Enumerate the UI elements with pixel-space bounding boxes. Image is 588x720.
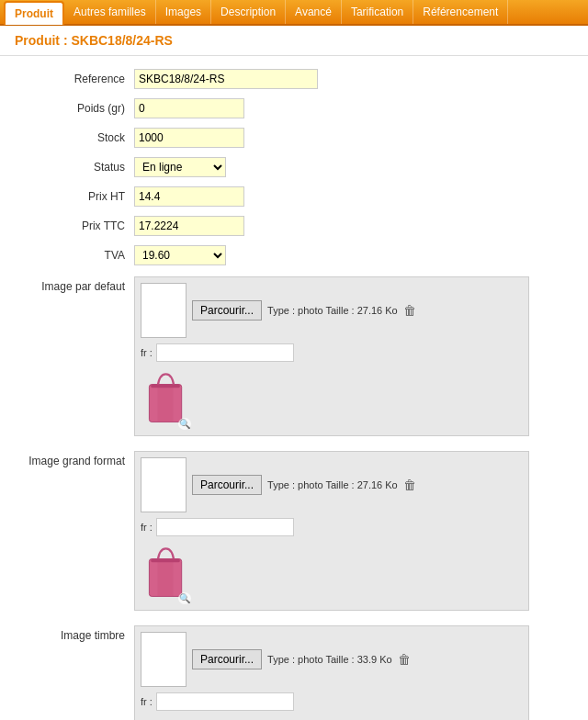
image-default-fr-row: fr : bbox=[141, 343, 523, 362]
status-select[interactable]: En ligne Hors ligne bbox=[134, 157, 226, 177]
image-timbre-browse-btn[interactable]: Parcourir... bbox=[192, 649, 262, 669]
stock-input[interactable] bbox=[134, 128, 244, 148]
image-grand-format-content: Parcourir... Type : photo Taille : 27.16… bbox=[134, 451, 529, 611]
image-grand-format-info: Type : photo Taille : 27.16 Ko bbox=[267, 479, 398, 490]
image-timbre-info: Type : photo Taille : 33.9 Ko bbox=[267, 654, 392, 665]
image-default-fr-input[interactable] bbox=[156, 343, 294, 362]
tva-label: TVA bbox=[15, 249, 134, 262]
image-default-trash-icon[interactable]: 🗑 bbox=[403, 303, 416, 318]
image-grand-format-browse-btn[interactable]: Parcourir... bbox=[192, 475, 262, 495]
poids-label: Poids (gr) bbox=[15, 102, 134, 115]
stock-label: Stock bbox=[15, 131, 134, 144]
image-default-thumb: 🔍 bbox=[141, 367, 191, 430]
image-timbre-fr-input[interactable] bbox=[156, 692, 294, 711]
status-label: Status bbox=[15, 161, 134, 174]
image-timbre-thumb: 🔍 bbox=[141, 716, 191, 720]
page-title: Produit : SKBC18/8/24-RS bbox=[0, 26, 588, 56]
tab-avance[interactable]: Avancé bbox=[286, 0, 342, 24]
tab-images[interactable]: Images bbox=[156, 0, 211, 24]
image-grand-format-fr-input[interactable] bbox=[156, 518, 294, 536]
prix-ttc-label: Prix TTC bbox=[15, 219, 134, 232]
form-container: Reference Poids (gr) Stock Status En lig… bbox=[0, 56, 588, 720]
image-default-info: Type : photo Taille : 27.16 Ko bbox=[267, 305, 398, 316]
image-default-preview-box bbox=[141, 283, 187, 338]
image-default-fr-label: fr : bbox=[141, 347, 153, 358]
tva-row: TVA 19.60 5.50 0.00 bbox=[0, 242, 588, 269]
poids-row: Poids (gr) bbox=[0, 95, 588, 122]
stock-row: Stock bbox=[0, 124, 588, 152]
prix-ttc-input[interactable] bbox=[134, 216, 244, 236]
svg-rect-5 bbox=[151, 559, 180, 563]
image-timbre-section: Image timbre Parcourir... Type : photo T… bbox=[0, 620, 588, 720]
tva-select[interactable]: 19.60 5.50 0.00 bbox=[134, 245, 226, 265]
tab-referencement[interactable]: Référencement bbox=[413, 0, 508, 24]
reference-row: Reference bbox=[0, 65, 588, 93]
image-grand-format-top-row: Parcourir... Type : photo Taille : 27.16… bbox=[141, 457, 523, 512]
image-default-browse-btn[interactable]: Parcourir... bbox=[192, 300, 262, 321]
image-timbre-thumbnail: 🔍 bbox=[141, 716, 523, 720]
image-default-section: Image par defaut Parcourir... Type : pho… bbox=[0, 271, 588, 442]
image-timbre-top-row: Parcourir... Type : photo Taille : 33.9 … bbox=[141, 632, 523, 687]
reference-input[interactable] bbox=[134, 69, 318, 89]
image-default-content: Parcourir... Type : photo Taille : 27.16… bbox=[134, 276, 529, 436]
tab-tarification[interactable]: Tarification bbox=[342, 0, 413, 24]
svg-rect-4 bbox=[158, 559, 174, 597]
image-grand-format-thumb: 🔍 bbox=[141, 542, 191, 604]
tab-produit[interactable]: Produit bbox=[4, 1, 64, 25]
image-default-label: Image par defaut bbox=[15, 276, 134, 293]
status-row: Status En ligne Hors ligne bbox=[0, 153, 588, 181]
image-grand-format-label: Image grand format bbox=[15, 451, 134, 467]
image-default-zoom-icon[interactable]: 🔍 bbox=[178, 418, 191, 430]
image-grand-format-section: Image grand format Parcourir... Type : p… bbox=[0, 445, 588, 616]
tab-description[interactable]: Description bbox=[211, 0, 286, 24]
reference-label: Reference bbox=[15, 73, 134, 85]
image-default-thumbnail: 🔍 bbox=[141, 367, 523, 430]
image-timbre-trash-icon[interactable]: 🗑 bbox=[398, 652, 411, 667]
prix-ht-label: Prix HT bbox=[15, 190, 134, 203]
image-default-top-row: Parcourir... Type : photo Taille : 27.16… bbox=[141, 283, 523, 338]
image-grand-format-preview-box bbox=[141, 457, 187, 512]
image-timbre-content: Parcourir... Type : photo Taille : 33.9 … bbox=[134, 625, 529, 720]
svg-rect-2 bbox=[151, 385, 180, 388]
image-grand-format-fr-row: fr : bbox=[141, 518, 523, 536]
image-grand-format-thumbnail: 🔍 bbox=[141, 542, 523, 604]
tab-autres-familles[interactable]: Autres familles bbox=[64, 0, 156, 24]
image-grand-format-trash-icon[interactable]: 🗑 bbox=[403, 478, 416, 492]
image-timbre-fr-row: fr : bbox=[141, 692, 523, 711]
image-timbre-fr-label: fr : bbox=[141, 696, 153, 707]
svg-rect-1 bbox=[158, 385, 174, 422]
image-grand-format-fr-label: fr : bbox=[141, 522, 153, 533]
tab-bar: Produit Autres familles Images Descripti… bbox=[0, 0, 588, 26]
poids-input[interactable] bbox=[134, 98, 244, 118]
image-grand-format-zoom-icon[interactable]: 🔍 bbox=[178, 592, 191, 604]
prix-ht-input[interactable] bbox=[134, 186, 244, 207]
image-timbre-label: Image timbre bbox=[15, 625, 134, 642]
image-timbre-preview-box bbox=[141, 632, 187, 687]
prix-ttc-row: Prix TTC bbox=[0, 212, 588, 240]
prix-ht-row: Prix HT bbox=[0, 183, 588, 210]
